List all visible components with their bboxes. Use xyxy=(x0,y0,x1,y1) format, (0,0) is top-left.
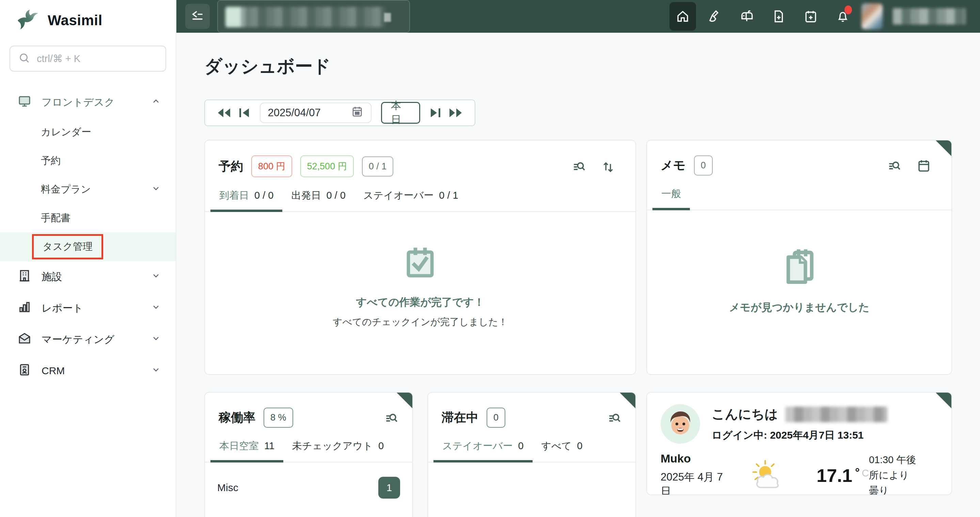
bird-logo-icon xyxy=(16,9,40,32)
tab-stayover[interactable]: ステイオーバー 0 xyxy=(433,439,533,462)
sidebar-item-label: タスク管理 xyxy=(43,241,92,252)
temperature: 17.1 ° C xyxy=(816,465,869,486)
search-list-icon[interactable] xyxy=(607,410,622,425)
tab-general[interactable]: 一般 xyxy=(652,187,690,210)
empty-state-title: メモが見つかりませんでした xyxy=(729,300,869,314)
location-block: Muko 2025年 4月 7日 xyxy=(660,452,729,495)
tab-vacant-today[interactable]: 本日空室 11 xyxy=(210,439,283,462)
top-bar xyxy=(177,0,980,33)
sidebar-item-label: 施設 xyxy=(41,270,62,284)
tab-label: 一般 xyxy=(661,187,681,201)
date-field[interactable]: 2025/04/07 xyxy=(260,102,372,123)
occupancy-card: 稼働率 8 % 本日空 xyxy=(204,392,413,517)
bottom-card-pair: 稼働率 8 % 本日空 xyxy=(204,392,636,517)
monitor-icon xyxy=(18,94,31,110)
jump-backward-button[interactable] xyxy=(214,102,234,123)
sidebar-item-crm[interactable]: CRM xyxy=(0,355,176,386)
occupancy-tabs: 本日空室 11 未チェックアウト 0 xyxy=(205,439,412,463)
reservations-tabs: 到着日 0 / 0 出発日 0 / 0 ステイオーバー 0 / 1 xyxy=(205,189,635,212)
sidebar-item-label: レポート xyxy=(41,301,83,315)
sidebar-item-label: マーケティング xyxy=(41,333,115,346)
memo-empty-state: メモが見つかりませんでした xyxy=(647,248,951,314)
card-corner-fold xyxy=(396,392,413,409)
temperature-value: 17.1 xyxy=(816,465,852,486)
search-list-icon[interactable] xyxy=(571,159,586,174)
page-title: ダッシュボード xyxy=(204,54,952,78)
sidebar-item-front-desk[interactable]: フロントデスク xyxy=(0,86,176,118)
home-button[interactable] xyxy=(670,2,696,31)
chevron-down-icon xyxy=(151,271,161,283)
reservations-empty-state: すべての作業が完了です！ すべてのチェックインが完了しました！ xyxy=(205,245,635,329)
dashboard-content: ダッシュボード 2025/04/07 本日 xyxy=(177,33,980,517)
collapse-sidebar-button[interactable] xyxy=(185,4,210,29)
today-button[interactable]: 本日 xyxy=(381,102,420,124)
property-name-redacted xyxy=(226,7,385,27)
tab-not-checked-out[interactable]: 未チェックアウト 0 xyxy=(283,439,393,462)
sidebar-item-arrangements[interactable]: 手配書 xyxy=(0,204,176,233)
staying-count-badge: 0 xyxy=(487,408,505,428)
user-avatar[interactable] xyxy=(862,3,883,29)
sidebar-nav: フロントデスク カレンダー 予約 料金プラン 手配書 タスク管理 xyxy=(0,86,176,386)
memo-count-badge: 0 xyxy=(694,155,713,176)
tab-arrivals[interactable]: 到着日 0 / 0 xyxy=(210,189,282,211)
reservation-count-badge: 0 / 1 xyxy=(362,156,394,177)
room-type-row[interactable]: Misc 1 xyxy=(205,474,412,501)
jump-forward-button[interactable] xyxy=(445,102,466,123)
card-title: 稼働率 xyxy=(219,409,255,426)
search-icon xyxy=(18,52,30,65)
sidebar-item-marketing[interactable]: マーケティング xyxy=(0,324,176,355)
sidebar-search[interactable] xyxy=(10,46,166,72)
degree-symbol: ° xyxy=(855,466,860,479)
sidebar-item-calendar[interactable]: カレンダー xyxy=(0,118,176,147)
mailbox-button[interactable] xyxy=(733,2,760,31)
tab-departures[interactable]: 出発日 0 / 0 xyxy=(282,189,354,211)
staying-tabs: ステイオーバー 0 すべて 0 xyxy=(428,439,635,463)
chevron-down-icon xyxy=(151,365,161,377)
login-timestamp: ログイン中: 2025年4月7日 13:51 xyxy=(712,428,888,442)
notifications-button[interactable] xyxy=(829,2,856,31)
tab-all[interactable]: すべて 0 xyxy=(533,439,592,462)
tab-label: 本日空室 xyxy=(219,439,259,453)
empty-state-title: すべての作業が完了です！ xyxy=(356,295,484,310)
chevron-down-icon xyxy=(151,302,161,314)
sort-icon[interactable] xyxy=(601,159,615,174)
reservations-card: 予約 800 円 52,500 円 0 / 1 xyxy=(204,140,636,375)
tab-stayovers[interactable]: ステイオーバー 0 / 1 xyxy=(355,189,467,211)
tab-count: 0 xyxy=(518,440,523,452)
calendar-icon xyxy=(351,105,363,120)
user-memoji-avatar xyxy=(660,404,700,444)
sidebar-item-task-management[interactable]: タスク管理 xyxy=(0,233,176,261)
chevron-up-icon xyxy=(151,96,161,109)
search-input[interactable] xyxy=(37,53,158,64)
notification-badge xyxy=(845,5,852,14)
new-event-button[interactable] xyxy=(797,2,824,31)
calendar-icon[interactable] xyxy=(917,158,931,173)
sidebar-item-facilities[interactable]: 施設 xyxy=(0,261,176,292)
empty-state-subtitle: すべてのチェックインが完了しました！ xyxy=(332,316,508,329)
housekeeping-button[interactable] xyxy=(702,2,728,31)
sidebar-item-rate-plans[interactable]: 料金プラン xyxy=(0,175,176,204)
memo-tabs: 一般 xyxy=(647,187,951,210)
tab-label: 出発日 xyxy=(291,189,321,203)
new-document-button[interactable] xyxy=(765,2,792,31)
id-card-icon xyxy=(18,363,31,379)
tab-count: 0 xyxy=(577,440,582,452)
card-title: 予約 xyxy=(219,158,243,175)
search-list-icon[interactable] xyxy=(384,410,399,425)
room-type-count-badge: 1 xyxy=(378,477,400,499)
weather-time: 01:30 午後 xyxy=(869,452,936,468)
search-list-icon[interactable] xyxy=(887,158,902,173)
tab-count: 0 / 0 xyxy=(255,190,274,201)
sidebar-item-reservations[interactable]: 予約 xyxy=(0,147,176,175)
sidebar-item-label: フロントデスク xyxy=(41,96,115,109)
previous-day-button[interactable] xyxy=(234,102,255,123)
date-navigation: 2025/04/07 本日 xyxy=(204,99,476,126)
property-selector[interactable] xyxy=(217,0,410,33)
next-day-button[interactable] xyxy=(425,102,445,123)
documents-icon xyxy=(780,248,818,287)
sidebar-item-reports[interactable]: レポート xyxy=(0,292,176,324)
building-icon xyxy=(18,269,31,285)
card-corner-fold xyxy=(935,392,952,409)
user-name-redacted[interactable] xyxy=(893,8,966,24)
app-logo: Wasimil xyxy=(0,0,176,32)
